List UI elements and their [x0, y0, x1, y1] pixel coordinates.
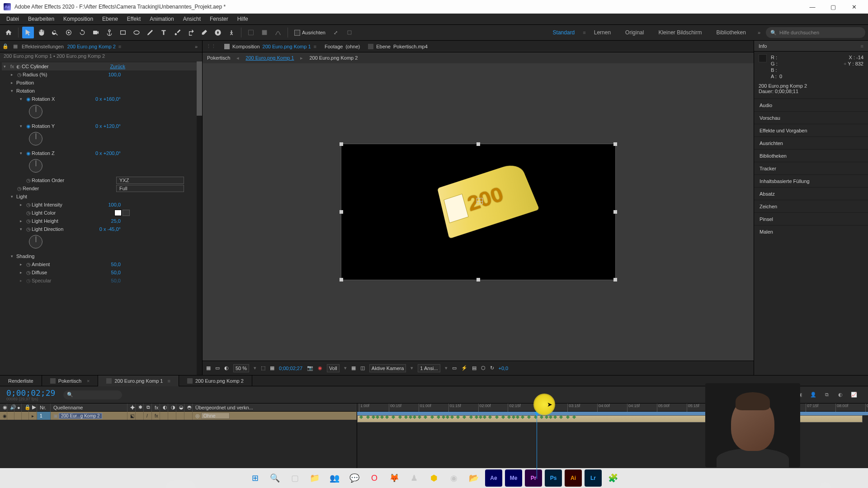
handle-mr[interactable]: [613, 210, 617, 214]
reset-exposure-icon[interactable]: ↻: [490, 365, 494, 371]
pr-taskbar-icon[interactable]: Pr: [525, 469, 542, 487]
alpha-icon[interactable]: ▦: [206, 365, 211, 371]
prop-render[interactable]: ◷RenderFull: [2, 184, 202, 192]
prop-dif[interactable]: ▸◷Diffuse50,0: [2, 268, 202, 277]
crumb-back-icon[interactable]: ◂: [236, 55, 239, 61]
ruler-tick[interactable]: 07:15f: [806, 404, 818, 412]
ellipse-tool[interactable]: [131, 27, 142, 38]
handle-tl[interactable]: [340, 142, 343, 146]
snapshot-icon[interactable]: 📷: [307, 365, 313, 371]
obs-icon[interactable]: ◉: [445, 469, 462, 487]
side-panel-inhalt[interactable]: Inhaltsbasierte Füllung: [754, 174, 868, 187]
mask-mode-icon[interactable]: [245, 27, 257, 38]
side-panel-bibliotheken[interactable]: Bibliotheken: [754, 149, 868, 162]
rotx-dial[interactable]: [29, 105, 42, 118]
ruler-tick[interactable]: 1:00f: [359, 404, 369, 412]
prop-rotx[interactable]: ▾◉Rotation X0 x +160,0°: [2, 95, 202, 103]
tab-footage[interactable]: Footage(ohne): [325, 44, 360, 49]
workspace-original[interactable]: Original: [619, 29, 650, 36]
tab-komposition[interactable]: Komposition200 Euro.png Komp 1≡: [224, 44, 316, 49]
magnification-dropdown[interactable]: 50 %: [233, 364, 249, 372]
crumb-komp1[interactable]: 200 Euro.png Komp 1: [245, 55, 294, 61]
menu-komposition[interactable]: Komposition: [59, 14, 98, 23]
orbit-tool[interactable]: [63, 27, 75, 38]
mask-icon[interactable]: ▭: [215, 365, 220, 371]
anchor-tool[interactable]: [104, 27, 115, 38]
side-panel-absatz[interactable]: Absatz: [754, 187, 868, 200]
panel-lock-icon[interactable]: 🔒: [2, 43, 9, 50]
side-panel-pinsel[interactable]: Pinsel: [754, 212, 868, 225]
prop-lint[interactable]: ▸◷Light Intensity100,0: [2, 201, 202, 209]
rect-tool[interactable]: [117, 27, 129, 38]
text-tool[interactable]: [158, 27, 170, 38]
help-search[interactable]: 🔍 Hilfe durchsuchen: [766, 27, 865, 38]
prop-position[interactable]: ▸Position: [2, 79, 202, 87]
crumb-komp2[interactable]: 200 Euro.png Komp 2: [309, 55, 358, 61]
bezier-mode-icon[interactable]: [272, 27, 284, 38]
zoom-tool[interactable]: [49, 27, 61, 38]
snap-checkbox[interactable]: Ausrichten: [292, 30, 328, 36]
ruler-tick[interactable]: 04:00f: [597, 404, 610, 412]
app3-icon[interactable]: 🧩: [604, 469, 622, 487]
col-eye-icon[interactable]: ◉: [0, 404, 7, 412]
tab-ebene[interactable]: EbenePokertisch.mp4: [368, 44, 428, 49]
color-well[interactable]: [114, 210, 122, 216]
col-shy-icon[interactable]: ⯌: [127, 404, 136, 412]
ruler-tick[interactable]: 0l: [865, 404, 868, 412]
brush-tool[interactable]: [171, 27, 183, 38]
ruler-tick[interactable]: 03:00f: [538, 404, 550, 412]
ae-taskbar-icon[interactable]: Ae: [485, 469, 502, 487]
timeline-search[interactable]: 🔍: [63, 390, 122, 399]
opera-icon[interactable]: O: [366, 469, 383, 487]
folder-icon[interactable]: 📂: [465, 469, 482, 487]
transparency-icon[interactable]: ▦: [351, 365, 356, 371]
motionblur-icon[interactable]: ◐: [835, 390, 845, 400]
stopwatch-icon[interactable]: ◷: [25, 277, 32, 284]
composition-viewer[interactable]: 200: [203, 63, 754, 361]
workspace-lernen[interactable]: Lernen: [588, 29, 617, 36]
crumb-pokertisch[interactable]: Pokertisch: [207, 55, 230, 61]
pixel-aspect-icon[interactable]: ▭: [452, 365, 457, 371]
side-panel-ausrichten[interactable]: Ausrichten: [754, 136, 868, 149]
3d-view-icon[interactable]: ◫: [360, 365, 365, 371]
menu-ansicht[interactable]: Ansicht: [179, 14, 205, 23]
workspace-kleiner[interactable]: Kleiner Bildschirm: [652, 29, 708, 36]
ruler-tick[interactable]: 05:15f: [687, 404, 699, 412]
layer-row-1[interactable]: ◉ ▸ 1 ▣200 Eur...g Komp 2 ⬕ / fx ◎ Ohne: [0, 412, 357, 420]
fast-preview-icon[interactable]: ⚡: [461, 365, 467, 371]
tab-renderliste[interactable]: Renderliste: [0, 375, 42, 386]
timeline-icon[interactable]: ▤: [472, 365, 476, 371]
prop-rotz[interactable]: ▾◉Rotation Z0 x +200,0°: [2, 149, 202, 157]
stopwatch-icon[interactable]: ◷: [25, 226, 32, 232]
stopwatch-icon[interactable]: ◷: [25, 218, 32, 224]
handle-bl[interactable]: [340, 278, 343, 282]
explorer-icon[interactable]: 📁: [306, 469, 323, 487]
stopwatch-icon[interactable]: ◉: [25, 150, 32, 156]
resolution-dropdown[interactable]: Voll: [327, 364, 340, 372]
shy-icon[interactable]: 👤: [808, 390, 818, 400]
pen-tool[interactable]: [144, 27, 156, 38]
pickwhip-icon[interactable]: ◎: [195, 413, 200, 419]
shape-mode-icon[interactable]: [259, 27, 270, 38]
col-speaker-icon[interactable]: 🔊: [7, 404, 14, 412]
roto-tool[interactable]: [212, 27, 224, 38]
handle-ml[interactable]: [340, 210, 343, 214]
close-button[interactable]: ✕: [844, 0, 864, 14]
side-panel-vorschau[interactable]: Vorschau: [754, 111, 868, 124]
ruler-tick[interactable]: 05:00f: [657, 404, 670, 412]
menu-animation[interactable]: Animation: [145, 14, 178, 23]
col-solo-icon[interactable]: ●: [14, 404, 22, 412]
menu-datei[interactable]: Datei: [2, 14, 24, 23]
stopwatch-icon[interactable]: ◷: [25, 210, 32, 216]
workspace-overflow[interactable]: »: [754, 30, 764, 35]
puppet-tool[interactable]: [226, 27, 237, 38]
stopwatch-icon[interactable]: ◷: [16, 71, 23, 78]
snap-3d-icon[interactable]: [344, 27, 355, 38]
stopwatch-icon[interactable]: ◉: [25, 123, 32, 129]
prop-rotation[interactable]: ▾Rotation: [2, 87, 202, 95]
prop-lcol[interactable]: ◷Light Color: [2, 209, 202, 217]
whatsapp-icon[interactable]: 💬: [346, 469, 363, 487]
handle-tr[interactable]: [613, 142, 617, 146]
ruler-tick[interactable]: 03:15f: [567, 404, 580, 412]
side-panel-effekte[interactable]: Effekte und Vorgaben: [754, 124, 868, 136]
